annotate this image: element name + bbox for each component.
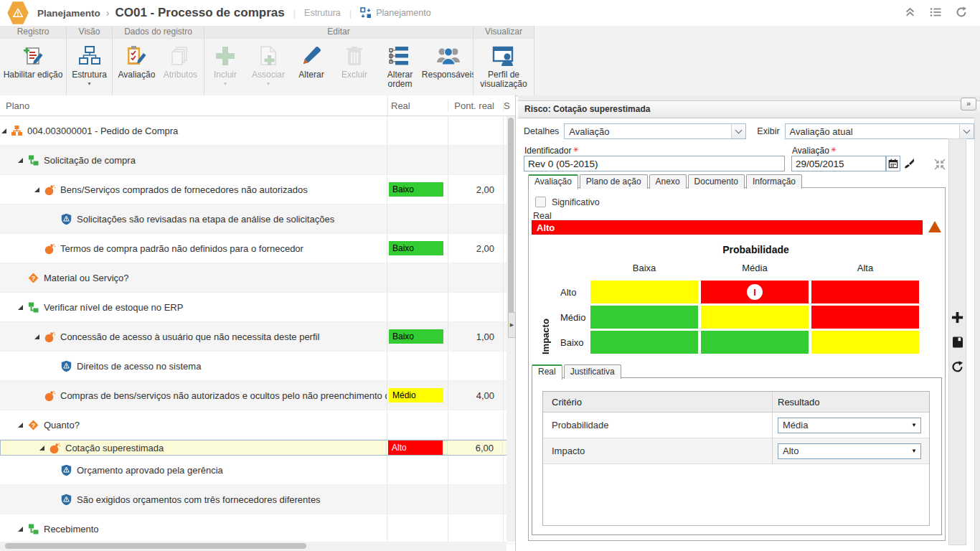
control-icon bbox=[60, 360, 72, 372]
link-estrutura[interactable]: Estrutura bbox=[304, 8, 341, 18]
column-header-s[interactable]: S bbox=[504, 100, 515, 111]
matrix-column-labels: BaixaMédiaAlta bbox=[590, 263, 919, 273]
exibir-label: Exibir bbox=[757, 126, 779, 136]
button-label: Perfil de visualização bbox=[476, 70, 531, 89]
tree-row[interactable]: ?Material ou Serviço? bbox=[0, 263, 515, 293]
clear-field-brush-icon[interactable] bbox=[902, 156, 916, 171]
alterar-button[interactable]: Alterar bbox=[291, 42, 332, 81]
matrix-cell-médio-baixa[interactable] bbox=[590, 306, 698, 329]
expand-arrow-icon[interactable] bbox=[34, 334, 42, 339]
detalhes-select[interactable]: Avaliação bbox=[564, 123, 746, 139]
habilitar-edi-o-button[interactable]: Habilitar edição bbox=[1, 42, 66, 81]
significativo-checkbox[interactable] bbox=[535, 197, 546, 207]
scrollbar-thumb[interactable] bbox=[5, 543, 306, 549]
page-scrollbar-track[interactable] bbox=[974, 117, 980, 551]
tree-row[interactable]: Compras de bens/serviços não autorizados… bbox=[0, 381, 515, 410]
collapse-all-icon[interactable] bbox=[905, 6, 915, 19]
scrollbar-thumb[interactable] bbox=[508, 118, 514, 326]
expand-arrow-icon[interactable] bbox=[1, 128, 9, 133]
tree-row[interactable]: 004.003000001 - Pedido de Compra bbox=[0, 116, 515, 146]
alterar-ordem-button[interactable]: Alterar ordem bbox=[377, 42, 423, 90]
column-header-pont-real[interactable]: Pont. real bbox=[448, 100, 504, 111]
real-rating-badge: Baixo bbox=[389, 241, 443, 255]
calendar-icon[interactable] bbox=[886, 156, 900, 171]
tab-plano-de-a-o[interactable]: Plano de ação bbox=[580, 174, 648, 189]
tree-row[interactable]: São exigidos orçamentos com três fornece… bbox=[0, 485, 515, 514]
risk-icon bbox=[44, 242, 56, 255]
avaliacao-date-input[interactable] bbox=[791, 156, 886, 171]
tree-horizontal-scrollbar[interactable] bbox=[0, 542, 507, 551]
tree-row-label: Direitos de acesso no sistema bbox=[77, 361, 201, 372]
respons-veis-button[interactable]: Responsáveis bbox=[425, 42, 473, 81]
real-label: Real bbox=[533, 211, 552, 221]
avalia-o-button[interactable]: Avaliação bbox=[116, 42, 159, 81]
tree-row[interactable]: Orçamento aprovado pela gerência bbox=[0, 456, 515, 485]
link-planejamento[interactable]: Planejamento bbox=[376, 8, 430, 18]
tab-avalia-o[interactable]: Avaliação bbox=[528, 174, 578, 189]
expand-arrow-icon[interactable] bbox=[18, 527, 26, 532]
risk-icon bbox=[44, 331, 56, 343]
control-icon bbox=[60, 464, 72, 476]
real-rating-badge: Médio bbox=[389, 388, 443, 402]
probabilidade-select[interactable]: Média bbox=[778, 418, 921, 433]
tree-row[interactable]: Concessão de acesso à usuário que não ne… bbox=[0, 322, 515, 352]
sub-tab-justificativa[interactable]: Justificativa bbox=[564, 364, 621, 379]
breadcrumb-chevron-icon: › bbox=[106, 7, 110, 19]
result-sub-tabs: RealJustificativa bbox=[532, 364, 621, 379]
criteria-table-header: Critério Resultado bbox=[543, 392, 929, 413]
tree-row[interactable]: Termos de compra padrão não definidos pa… bbox=[0, 234, 515, 263]
panel-splitter-handle[interactable]: ▶ bbox=[508, 312, 516, 338]
matrix-cell-baixo-alta[interactable] bbox=[811, 331, 919, 354]
tree-row[interactable]: Solicitações são revisadas na etapa de a… bbox=[0, 204, 515, 234]
matrix-cell-baixo-baixa[interactable] bbox=[590, 331, 698, 354]
matrix-row: Baixo bbox=[529, 331, 922, 354]
tree-row[interactable]: Recebimento bbox=[0, 514, 515, 544]
expand-arrow-icon[interactable] bbox=[18, 423, 26, 428]
impacto-select[interactable]: Alto bbox=[778, 443, 921, 459]
tree-row-label: Orçamento aprovado pela gerência bbox=[77, 465, 223, 476]
add-evaluation-icon[interactable] bbox=[951, 311, 963, 326]
excluir-button: Excluir bbox=[334, 42, 375, 81]
save-icon[interactable] bbox=[952, 336, 963, 350]
sub-tab-real[interactable]: Real bbox=[532, 364, 562, 380]
expand-arrow-icon[interactable] bbox=[39, 446, 47, 451]
tree-row-label: Termos de compra padrão não definidos pa… bbox=[60, 243, 303, 254]
expand-arrow-icon[interactable] bbox=[18, 158, 26, 163]
refresh-icon[interactable] bbox=[956, 6, 967, 20]
expand-arrow-icon[interactable] bbox=[34, 187, 42, 192]
matrix-cell-médio-alta[interactable] bbox=[811, 306, 919, 329]
required-icon: ✳ bbox=[831, 146, 837, 154]
tree-row[interactable]: Verificar nível de estoque no ERP bbox=[0, 293, 515, 322]
matrix-cell-alto-alta[interactable] bbox=[811, 281, 919, 303]
expand-arrow-icon[interactable] bbox=[18, 305, 26, 310]
tree-row[interactable]: Cotação superestimadaAlto6,00 bbox=[0, 440, 515, 456]
matrix-cell-alto-baixa[interactable] bbox=[590, 281, 698, 303]
tree-row-label: Material ou Serviço? bbox=[44, 273, 129, 283]
perfil-de-visualiza-o-button[interactable]: Perfil de visualização bbox=[473, 42, 534, 90]
svg-text:?: ? bbox=[32, 275, 36, 282]
estrutura-button[interactable]: Estrutura▾ bbox=[69, 42, 110, 88]
panel-collapse-button[interactable]: » bbox=[961, 98, 976, 110]
exibir-select[interactable]: Avaliação atual bbox=[785, 123, 974, 139]
tree-row[interactable]: Direitos de acesso no sistema bbox=[0, 352, 515, 381]
matrix-row: AltoI bbox=[529, 281, 922, 303]
tab-anexo[interactable]: Anexo bbox=[649, 174, 687, 189]
tab-documento[interactable]: Documento bbox=[688, 174, 745, 189]
compress-panel-icon[interactable] bbox=[934, 159, 946, 172]
risk-icon bbox=[44, 184, 56, 196]
tree-row[interactable]: ?Quanto? bbox=[0, 410, 515, 440]
matrix-cell-baixo-média[interactable] bbox=[701, 331, 809, 354]
list-view-icon[interactable] bbox=[930, 7, 941, 19]
planning-flow-icon bbox=[360, 7, 372, 19]
tab-informa-o[interactable]: Informação bbox=[746, 174, 802, 189]
refresh-icon[interactable] bbox=[951, 361, 963, 375]
matrix-cell-alto-média[interactable]: I bbox=[701, 281, 809, 303]
breadcrumb[interactable]: Planejamento bbox=[37, 8, 100, 19]
column-header-real[interactable]: Real bbox=[388, 100, 448, 111]
tree-row[interactable]: Solicitação de compra bbox=[0, 146, 515, 175]
matrix-cell-médio-média[interactable] bbox=[701, 306, 809, 329]
column-header-plano[interactable]: Plano bbox=[0, 95, 388, 116]
identificador-input[interactable] bbox=[524, 156, 785, 171]
atributos-button: Atributos bbox=[159, 42, 201, 81]
tree-row[interactable]: Bens/Serviços comprados de fornecedores … bbox=[0, 175, 515, 204]
